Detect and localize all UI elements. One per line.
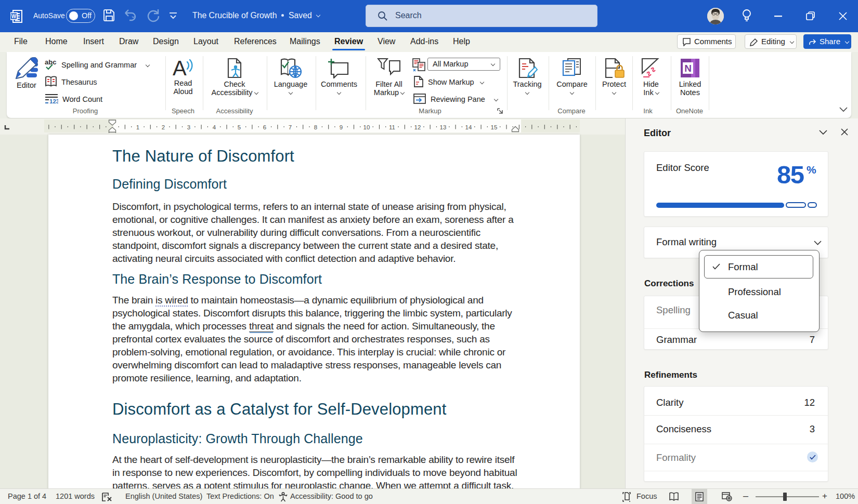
svg-text:6: 6 [263, 124, 266, 130]
svg-text:11: 11 [389, 124, 395, 130]
svg-text:7: 7 [289, 124, 292, 130]
svg-text:5: 5 [238, 124, 241, 130]
svg-text:8: 8 [314, 124, 317, 130]
svg-text:10: 10 [363, 124, 370, 130]
svg-text:1: 1 [136, 124, 139, 130]
svg-text:14: 14 [465, 124, 472, 130]
svg-text:abc: abc [45, 59, 56, 66]
svg-text:4: 4 [213, 124, 216, 130]
svg-text:9: 9 [340, 124, 343, 130]
svg-text:13: 13 [440, 124, 447, 130]
svg-text:A: A [173, 58, 187, 78]
svg-text:15: 15 [491, 124, 498, 130]
svg-text:W: W [11, 14, 17, 19]
svg-text:N: N [684, 63, 692, 74]
svg-text:123: 123 [49, 98, 58, 104]
svg-text:3: 3 [187, 124, 190, 130]
svg-text:2: 2 [162, 124, 165, 130]
svg-text:12: 12 [414, 124, 421, 130]
